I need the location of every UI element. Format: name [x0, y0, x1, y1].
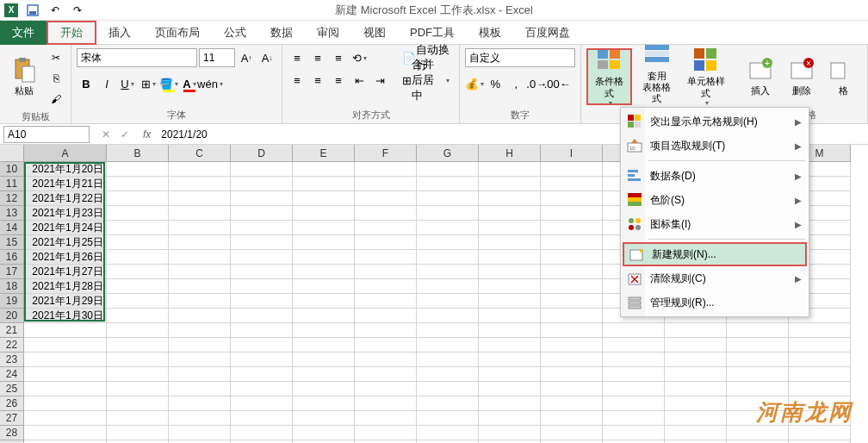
cell[interactable] — [293, 250, 355, 265]
row-header[interactable]: 26 — [0, 396, 24, 411]
cell[interactable] — [541, 323, 603, 338]
cell[interactable]: 2021年1月26日 — [24, 250, 107, 265]
qat-save-icon[interactable] — [25, 3, 40, 18]
cell[interactable] — [293, 294, 355, 309]
cell[interactable] — [665, 426, 727, 440]
cell[interactable] — [169, 206, 231, 221]
cell[interactable] — [479, 191, 541, 206]
cell[interactable] — [541, 309, 603, 323]
cell[interactable] — [293, 162, 355, 177]
tab-insert[interactable]: 插入 — [96, 21, 143, 45]
cell[interactable] — [107, 206, 169, 221]
underline-button[interactable]: U▾ — [118, 74, 137, 93]
cell[interactable] — [603, 426, 665, 440]
delete-cells-button[interactable]: × 删除 — [783, 48, 821, 105]
cell[interactable] — [24, 382, 107, 396]
cell[interactable] — [24, 323, 107, 338]
cell[interactable] — [479, 235, 541, 250]
cell[interactable] — [231, 382, 293, 396]
cell[interactable]: 2021年1月23日 — [24, 206, 107, 221]
cell[interactable] — [231, 279, 293, 294]
cell[interactable] — [479, 396, 541, 411]
cell[interactable] — [417, 221, 479, 235]
cell[interactable] — [293, 396, 355, 411]
cell[interactable] — [541, 235, 603, 250]
cell[interactable] — [107, 396, 169, 411]
confirm-formula-icon[interactable]: ✓ — [121, 128, 129, 140]
cell[interactable] — [417, 206, 479, 221]
cell[interactable] — [603, 338, 665, 353]
cell[interactable] — [107, 191, 169, 206]
cell[interactable] — [231, 206, 293, 221]
cell[interactable] — [231, 265, 293, 279]
cell[interactable] — [231, 235, 293, 250]
indent-increase-icon[interactable]: ⇥ — [370, 71, 389, 90]
cell[interactable]: 2021年1月20日 — [24, 162, 107, 177]
tab-review[interactable]: 审阅 — [305, 21, 351, 45]
column-header[interactable]: D — [231, 145, 293, 162]
column-header[interactable]: F — [355, 145, 417, 162]
cell[interactable] — [231, 353, 293, 367]
cell[interactable] — [169, 162, 231, 177]
cell[interactable] — [417, 382, 479, 396]
row-header[interactable]: 13 — [0, 206, 24, 221]
cell[interactable]: 2021年1月25日 — [24, 235, 107, 250]
cell[interactable] — [107, 382, 169, 396]
cell[interactable] — [231, 309, 293, 323]
cell[interactable] — [231, 426, 293, 440]
row-header[interactable]: 27 — [0, 411, 24, 426]
cell[interactable] — [479, 426, 541, 440]
cell[interactable] — [541, 411, 603, 426]
cell[interactable] — [479, 265, 541, 279]
cell[interactable] — [355, 177, 417, 191]
row-header[interactable]: 24 — [0, 367, 24, 382]
cell[interactable] — [231, 294, 293, 309]
cell[interactable] — [603, 411, 665, 426]
number-format-select[interactable] — [465, 48, 575, 67]
cancel-formula-icon[interactable]: ✕ — [102, 128, 110, 140]
cell[interactable] — [789, 338, 851, 353]
cell[interactable] — [169, 279, 231, 294]
cell[interactable] — [479, 294, 541, 309]
cell[interactable] — [169, 426, 231, 440]
accounting-format-icon[interactable]: 💰▾ — [465, 74, 484, 93]
cell[interactable] — [231, 162, 293, 177]
tab-templates[interactable]: 模板 — [467, 21, 513, 45]
column-header[interactable]: H — [479, 145, 541, 162]
cell[interactable] — [169, 411, 231, 426]
orientation-icon[interactable]: ⟲▾ — [350, 48, 369, 67]
cell[interactable]: 2021年1月30日 — [24, 309, 107, 323]
cell[interactable] — [293, 323, 355, 338]
cell[interactable] — [355, 294, 417, 309]
cell[interactable] — [293, 206, 355, 221]
cell[interactable] — [24, 396, 107, 411]
cell[interactable] — [541, 367, 603, 382]
column-header[interactable]: G — [417, 145, 479, 162]
align-middle-icon[interactable]: ≡ — [308, 48, 327, 67]
cell[interactable] — [169, 221, 231, 235]
cell[interactable] — [355, 353, 417, 367]
cell[interactable] — [355, 206, 417, 221]
cell[interactable] — [541, 294, 603, 309]
cell[interactable] — [727, 353, 789, 367]
cell[interactable] — [107, 162, 169, 177]
cell[interactable] — [355, 411, 417, 426]
qat-undo-icon[interactable]: ↶ — [47, 3, 63, 18]
cell[interactable] — [231, 177, 293, 191]
cell[interactable] — [727, 382, 789, 396]
cell[interactable] — [417, 235, 479, 250]
cell[interactable] — [789, 426, 851, 440]
cell[interactable] — [107, 426, 169, 440]
cell[interactable] — [479, 206, 541, 221]
cell[interactable] — [293, 235, 355, 250]
cell[interactable] — [293, 426, 355, 440]
cell[interactable] — [727, 323, 789, 338]
tab-data[interactable]: 数据 — [258, 21, 305, 45]
tab-pagelayout[interactable]: 页面布局 — [143, 21, 212, 45]
column-header[interactable]: A — [24, 145, 107, 162]
cell[interactable] — [665, 396, 727, 411]
format-painter-icon[interactable]: 🖌 — [46, 90, 65, 109]
cell[interactable]: 2021年1月21日 — [24, 177, 107, 191]
tab-file[interactable]: 文件 — [0, 21, 46, 45]
cell[interactable] — [169, 250, 231, 265]
